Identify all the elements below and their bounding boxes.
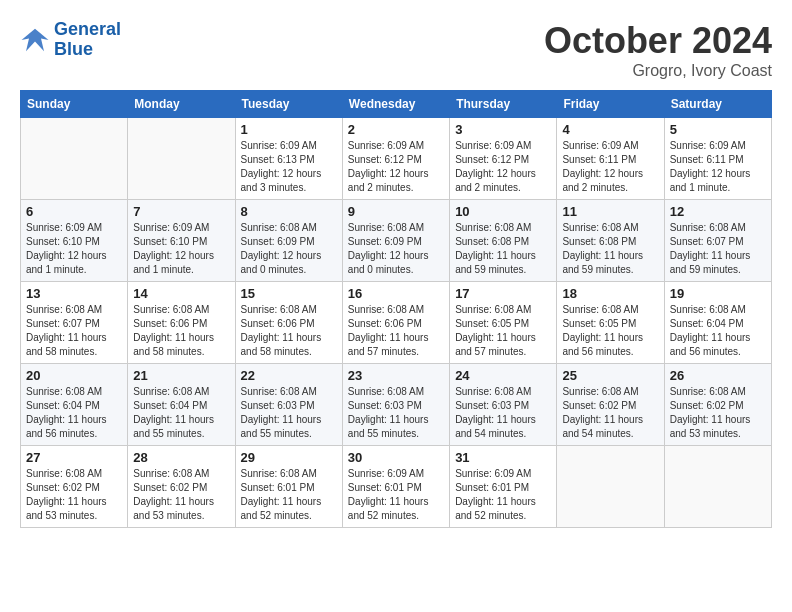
weekday-header: Saturday <box>664 91 771 118</box>
day-number: 19 <box>670 286 766 301</box>
day-info: Sunrise: 6:08 AM Sunset: 6:03 PM Dayligh… <box>241 385 337 441</box>
day-info: Sunrise: 6:08 AM Sunset: 6:02 PM Dayligh… <box>133 467 229 523</box>
day-info: Sunrise: 6:08 AM Sunset: 6:04 PM Dayligh… <box>26 385 122 441</box>
day-number: 11 <box>562 204 658 219</box>
calendar-week-row: 13Sunrise: 6:08 AM Sunset: 6:07 PM Dayli… <box>21 282 772 364</box>
day-number: 13 <box>26 286 122 301</box>
day-info: Sunrise: 6:09 AM Sunset: 6:11 PM Dayligh… <box>670 139 766 195</box>
calendar-cell: 21Sunrise: 6:08 AM Sunset: 6:04 PM Dayli… <box>128 364 235 446</box>
calendar-cell: 19Sunrise: 6:08 AM Sunset: 6:04 PM Dayli… <box>664 282 771 364</box>
day-number: 30 <box>348 450 444 465</box>
calendar-cell: 9Sunrise: 6:08 AM Sunset: 6:09 PM Daylig… <box>342 200 449 282</box>
day-number: 14 <box>133 286 229 301</box>
day-info: Sunrise: 6:08 AM Sunset: 6:09 PM Dayligh… <box>348 221 444 277</box>
svg-marker-0 <box>22 29 49 52</box>
calendar-cell: 28Sunrise: 6:08 AM Sunset: 6:02 PM Dayli… <box>128 446 235 528</box>
calendar-cell: 20Sunrise: 6:08 AM Sunset: 6:04 PM Dayli… <box>21 364 128 446</box>
calendar-cell <box>128 118 235 200</box>
day-number: 17 <box>455 286 551 301</box>
logo: General Blue <box>20 20 121 60</box>
day-number: 29 <box>241 450 337 465</box>
day-info: Sunrise: 6:09 AM Sunset: 6:13 PM Dayligh… <box>241 139 337 195</box>
page-header: General Blue October 2024 Grogro, Ivory … <box>20 20 772 80</box>
weekday-header: Friday <box>557 91 664 118</box>
calendar-cell: 8Sunrise: 6:08 AM Sunset: 6:09 PM Daylig… <box>235 200 342 282</box>
day-number: 31 <box>455 450 551 465</box>
day-number: 15 <box>241 286 337 301</box>
calendar-cell: 3Sunrise: 6:09 AM Sunset: 6:12 PM Daylig… <box>450 118 557 200</box>
calendar-week-row: 20Sunrise: 6:08 AM Sunset: 6:04 PM Dayli… <box>21 364 772 446</box>
day-info: Sunrise: 6:09 AM Sunset: 6:11 PM Dayligh… <box>562 139 658 195</box>
calendar-cell: 17Sunrise: 6:08 AM Sunset: 6:05 PM Dayli… <box>450 282 557 364</box>
day-number: 21 <box>133 368 229 383</box>
weekday-header: Wednesday <box>342 91 449 118</box>
title-block: October 2024 Grogro, Ivory Coast <box>544 20 772 80</box>
day-info: Sunrise: 6:08 AM Sunset: 6:07 PM Dayligh… <box>26 303 122 359</box>
calendar-cell: 25Sunrise: 6:08 AM Sunset: 6:02 PM Dayli… <box>557 364 664 446</box>
day-number: 10 <box>455 204 551 219</box>
calendar-cell <box>664 446 771 528</box>
day-number: 1 <box>241 122 337 137</box>
calendar-cell: 2Sunrise: 6:09 AM Sunset: 6:12 PM Daylig… <box>342 118 449 200</box>
day-info: Sunrise: 6:08 AM Sunset: 6:04 PM Dayligh… <box>670 303 766 359</box>
day-info: Sunrise: 6:08 AM Sunset: 6:08 PM Dayligh… <box>455 221 551 277</box>
day-number: 26 <box>670 368 766 383</box>
calendar-cell: 31Sunrise: 6:09 AM Sunset: 6:01 PM Dayli… <box>450 446 557 528</box>
logo-text: General Blue <box>54 20 121 60</box>
day-number: 18 <box>562 286 658 301</box>
calendar-cell: 16Sunrise: 6:08 AM Sunset: 6:06 PM Dayli… <box>342 282 449 364</box>
calendar-cell: 27Sunrise: 6:08 AM Sunset: 6:02 PM Dayli… <box>21 446 128 528</box>
calendar-week-row: 1Sunrise: 6:09 AM Sunset: 6:13 PM Daylig… <box>21 118 772 200</box>
day-number: 6 <box>26 204 122 219</box>
calendar-cell: 15Sunrise: 6:08 AM Sunset: 6:06 PM Dayli… <box>235 282 342 364</box>
calendar-cell: 5Sunrise: 6:09 AM Sunset: 6:11 PM Daylig… <box>664 118 771 200</box>
day-info: Sunrise: 6:08 AM Sunset: 6:08 PM Dayligh… <box>562 221 658 277</box>
calendar-cell: 4Sunrise: 6:09 AM Sunset: 6:11 PM Daylig… <box>557 118 664 200</box>
day-info: Sunrise: 6:08 AM Sunset: 6:09 PM Dayligh… <box>241 221 337 277</box>
day-number: 12 <box>670 204 766 219</box>
calendar-cell: 18Sunrise: 6:08 AM Sunset: 6:05 PM Dayli… <box>557 282 664 364</box>
calendar-cell: 12Sunrise: 6:08 AM Sunset: 6:07 PM Dayli… <box>664 200 771 282</box>
calendar-week-row: 6Sunrise: 6:09 AM Sunset: 6:10 PM Daylig… <box>21 200 772 282</box>
calendar-cell: 29Sunrise: 6:08 AM Sunset: 6:01 PM Dayli… <box>235 446 342 528</box>
weekday-header: Monday <box>128 91 235 118</box>
day-number: 22 <box>241 368 337 383</box>
calendar-week-row: 27Sunrise: 6:08 AM Sunset: 6:02 PM Dayli… <box>21 446 772 528</box>
calendar-cell: 22Sunrise: 6:08 AM Sunset: 6:03 PM Dayli… <box>235 364 342 446</box>
day-number: 5 <box>670 122 766 137</box>
day-number: 28 <box>133 450 229 465</box>
weekday-header: Thursday <box>450 91 557 118</box>
weekday-header: Sunday <box>21 91 128 118</box>
day-number: 27 <box>26 450 122 465</box>
weekday-header: Tuesday <box>235 91 342 118</box>
calendar-cell: 1Sunrise: 6:09 AM Sunset: 6:13 PM Daylig… <box>235 118 342 200</box>
calendar-cell: 13Sunrise: 6:08 AM Sunset: 6:07 PM Dayli… <box>21 282 128 364</box>
day-info: Sunrise: 6:08 AM Sunset: 6:04 PM Dayligh… <box>133 385 229 441</box>
day-info: Sunrise: 6:08 AM Sunset: 6:06 PM Dayligh… <box>348 303 444 359</box>
day-info: Sunrise: 6:09 AM Sunset: 6:10 PM Dayligh… <box>26 221 122 277</box>
day-info: Sunrise: 6:09 AM Sunset: 6:01 PM Dayligh… <box>348 467 444 523</box>
month-title: October 2024 <box>544 20 772 62</box>
day-number: 2 <box>348 122 444 137</box>
day-number: 3 <box>455 122 551 137</box>
calendar-cell: 30Sunrise: 6:09 AM Sunset: 6:01 PM Dayli… <box>342 446 449 528</box>
calendar-cell: 24Sunrise: 6:08 AM Sunset: 6:03 PM Dayli… <box>450 364 557 446</box>
day-info: Sunrise: 6:08 AM Sunset: 6:07 PM Dayligh… <box>670 221 766 277</box>
day-number: 25 <box>562 368 658 383</box>
calendar-cell: 23Sunrise: 6:08 AM Sunset: 6:03 PM Dayli… <box>342 364 449 446</box>
day-number: 16 <box>348 286 444 301</box>
calendar-cell: 10Sunrise: 6:08 AM Sunset: 6:08 PM Dayli… <box>450 200 557 282</box>
day-info: Sunrise: 6:09 AM Sunset: 6:01 PM Dayligh… <box>455 467 551 523</box>
day-info: Sunrise: 6:09 AM Sunset: 6:12 PM Dayligh… <box>455 139 551 195</box>
day-number: 8 <box>241 204 337 219</box>
day-info: Sunrise: 6:08 AM Sunset: 6:01 PM Dayligh… <box>241 467 337 523</box>
calendar-cell: 11Sunrise: 6:08 AM Sunset: 6:08 PM Dayli… <box>557 200 664 282</box>
day-info: Sunrise: 6:08 AM Sunset: 6:02 PM Dayligh… <box>670 385 766 441</box>
calendar-cell: 26Sunrise: 6:08 AM Sunset: 6:02 PM Dayli… <box>664 364 771 446</box>
calendar-cell: 7Sunrise: 6:09 AM Sunset: 6:10 PM Daylig… <box>128 200 235 282</box>
day-number: 7 <box>133 204 229 219</box>
day-number: 20 <box>26 368 122 383</box>
location-subtitle: Grogro, Ivory Coast <box>544 62 772 80</box>
day-info: Sunrise: 6:08 AM Sunset: 6:05 PM Dayligh… <box>455 303 551 359</box>
day-info: Sunrise: 6:08 AM Sunset: 6:06 PM Dayligh… <box>133 303 229 359</box>
